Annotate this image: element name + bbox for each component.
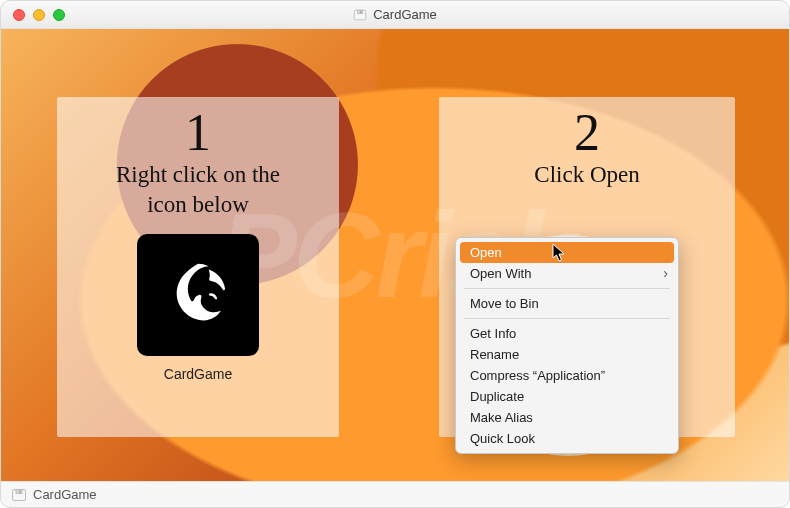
menu-item-make-alias-label: Make Alias (470, 410, 533, 425)
step-2-number: 2 (439, 107, 735, 159)
window-frame: CardGame PCrisk 1 Right click on the ico… (0, 0, 790, 508)
menu-item-compress-label: Compress “Application” (470, 368, 605, 383)
menu-item-make-alias[interactable]: Make Alias (456, 407, 678, 428)
statusbar-label: CardGame (33, 487, 97, 502)
context-menu: Open Open With Move to Bin Get Info Rena… (455, 237, 679, 454)
menu-item-quick-look-label: Quick Look (470, 431, 535, 446)
removable-disk-icon (353, 8, 367, 22)
window-title: CardGame (373, 7, 437, 22)
titlebar[interactable]: CardGame (1, 1, 789, 29)
svg-rect-4 (16, 489, 22, 493)
menu-item-duplicate[interactable]: Duplicate (456, 386, 678, 407)
menu-item-get-info[interactable]: Get Info (456, 323, 678, 344)
dragon-icon (157, 254, 239, 336)
zoom-icon[interactable] (53, 9, 65, 21)
menu-item-move-to-bin-label: Move to Bin (470, 296, 539, 311)
svg-rect-2 (360, 10, 361, 12)
window-title-wrap: CardGame (1, 7, 789, 22)
app-icon[interactable] (137, 234, 259, 356)
traffic-lights (13, 9, 65, 21)
menu-item-move-to-bin[interactable]: Move to Bin (456, 293, 678, 314)
app-label: CardGame (137, 366, 259, 382)
app-icon-wrap: CardGame (137, 234, 259, 382)
menu-item-open-with[interactable]: Open With (456, 263, 678, 284)
menu-item-open-label: Open (470, 245, 502, 260)
menu-item-rename[interactable]: Rename (456, 344, 678, 365)
svg-rect-0 (355, 10, 366, 20)
menu-item-quick-look[interactable]: Quick Look (456, 428, 678, 449)
svg-rect-5 (19, 490, 20, 493)
menu-item-compress[interactable]: Compress “Application” (456, 365, 678, 386)
menu-separator (464, 318, 670, 319)
menu-item-rename-label: Rename (470, 347, 519, 362)
step-2-panel: 2 Click Open Open Open With Move to Bin … (439, 97, 735, 437)
content-area: PCrisk 1 Right click on the icon below C… (1, 29, 789, 481)
menu-item-open-with-label: Open With (470, 266, 531, 281)
step-1-panel: 1 Right click on the icon below CardGame (57, 97, 339, 437)
step-2-text: Click Open (439, 161, 735, 189)
close-icon[interactable] (13, 9, 25, 21)
menu-separator (464, 288, 670, 289)
menu-item-duplicate-label: Duplicate (470, 389, 524, 404)
removable-disk-icon (11, 487, 27, 503)
menu-item-get-info-label: Get Info (470, 326, 516, 341)
step-1-number: 1 (57, 107, 339, 159)
menu-item-open[interactable]: Open (460, 242, 674, 263)
statusbar: CardGame (1, 481, 789, 507)
step-1-text-line1: Right click on the (57, 161, 339, 189)
svg-rect-1 (358, 10, 363, 14)
minimize-icon[interactable] (33, 9, 45, 21)
step-1-text-line2: icon below (57, 191, 339, 219)
